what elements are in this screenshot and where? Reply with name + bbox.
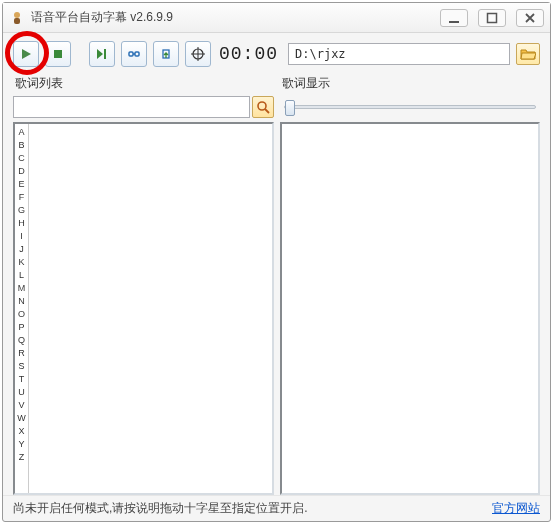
seek-slider-thumb[interactable] <box>285 100 295 116</box>
alpha-letter[interactable]: C <box>15 152 28 165</box>
link-button[interactable] <box>121 41 147 67</box>
alpha-letter[interactable]: G <box>15 204 28 217</box>
alpha-letter[interactable]: F <box>15 191 28 204</box>
seek-slider[interactable] <box>284 105 537 109</box>
svg-rect-5 <box>54 50 62 58</box>
alpha-letter[interactable]: O <box>15 308 28 321</box>
alpha-letter[interactable]: W <box>15 412 28 425</box>
alpha-letter[interactable]: H <box>15 217 28 230</box>
lyrics-list-header: 歌词列表 <box>13 75 274 92</box>
alpha-letter[interactable]: S <box>15 360 28 373</box>
alpha-letter[interactable]: N <box>15 295 28 308</box>
alpha-letter[interactable]: L <box>15 269 28 282</box>
svg-marker-6 <box>97 49 103 59</box>
alpha-letter[interactable]: T <box>15 373 28 386</box>
minimize-button[interactable] <box>440 9 468 27</box>
alphabet-index[interactable]: ABCDEFGHIJKLMNOPQRSTUVWXYZ <box>15 124 29 493</box>
lyrics-search-input[interactable] <box>13 96 250 118</box>
alpha-letter[interactable]: A <box>15 126 28 139</box>
alpha-letter[interactable]: X <box>15 425 28 438</box>
official-site-link[interactable]: 官方网站 <box>492 500 540 517</box>
svg-marker-4 <box>22 49 31 59</box>
stop-button[interactable] <box>45 41 71 67</box>
lyrics-list-area: ABCDEFGHIJKLMNOPQRSTUVWXYZ <box>13 122 274 495</box>
alpha-letter[interactable]: Q <box>15 334 28 347</box>
lyrics-search-button[interactable] <box>252 96 274 118</box>
alpha-letter[interactable]: Y <box>15 438 28 451</box>
maximize-button[interactable] <box>478 9 506 27</box>
lyrics-display-panel: 歌词显示 <box>280 75 541 495</box>
alpha-letter[interactable]: I <box>15 230 28 243</box>
crosshair-button[interactable] <box>185 41 211 67</box>
svg-rect-3 <box>488 13 497 22</box>
alpha-letter[interactable]: E <box>15 178 28 191</box>
statusbar: 尚未开启任何模式,请按说明拖动十字星至指定位置开启. 官方网站 <box>3 495 550 521</box>
svg-point-15 <box>258 102 266 110</box>
app-window: 语音平台自动字幕 v2.6.9.9 <box>2 2 551 522</box>
alpha-letter[interactable]: B <box>15 139 28 152</box>
alpha-letter[interactable]: U <box>15 386 28 399</box>
window-controls <box>440 9 544 27</box>
lyrics-display-area <box>280 122 541 495</box>
window-title: 语音平台自动字幕 v2.6.9.9 <box>31 9 173 26</box>
app-icon <box>9 10 25 26</box>
alpha-letter[interactable]: Z <box>15 451 28 464</box>
time-display: 00:00 <box>219 44 278 64</box>
lyrics-list-content[interactable] <box>29 124 272 493</box>
toolbar: 00:00 <box>3 33 550 71</box>
svg-point-0 <box>14 12 20 18</box>
close-button[interactable] <box>516 9 544 27</box>
export-button[interactable] <box>153 41 179 67</box>
alpha-letter[interactable]: D <box>15 165 28 178</box>
seek-slider-row <box>280 96 541 118</box>
alpha-letter[interactable]: J <box>15 243 28 256</box>
lyrics-list-panel: 歌词列表 ABCDEFGHIJKLMNOPQRSTUVWXYZ <box>13 75 274 495</box>
play-button[interactable] <box>13 41 39 67</box>
svg-rect-7 <box>104 49 106 59</box>
skip-button[interactable] <box>89 41 115 67</box>
alpha-letter[interactable]: V <box>15 399 28 412</box>
lyrics-display-header: 歌词显示 <box>280 75 541 92</box>
svg-line-16 <box>265 109 269 113</box>
svg-rect-8 <box>129 52 133 56</box>
alpha-letter[interactable]: R <box>15 347 28 360</box>
alpha-letter[interactable]: P <box>15 321 28 334</box>
panels: 歌词列表 ABCDEFGHIJKLMNOPQRSTUVWXYZ 歌词显示 <box>3 71 550 495</box>
titlebar: 语音平台自动字幕 v2.6.9.9 <box>3 3 550 33</box>
path-input[interactable] <box>288 43 510 65</box>
svg-rect-2 <box>449 21 459 23</box>
svg-rect-1 <box>14 18 20 24</box>
alpha-letter[interactable]: M <box>15 282 28 295</box>
search-row <box>13 96 274 118</box>
browse-folder-button[interactable] <box>516 43 540 65</box>
alpha-letter[interactable]: K <box>15 256 28 269</box>
status-message: 尚未开启任何模式,请按说明拖动十字星至指定位置开启. <box>13 500 308 517</box>
svg-rect-9 <box>135 52 139 56</box>
